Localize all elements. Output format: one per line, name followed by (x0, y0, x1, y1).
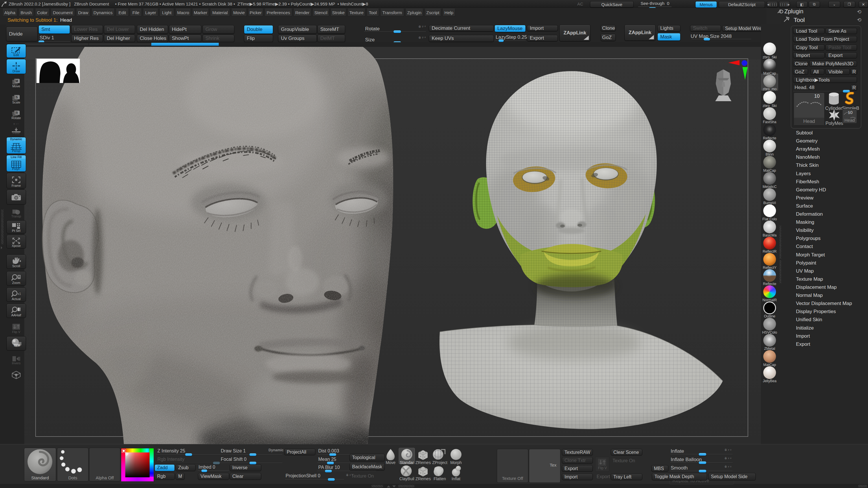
svg-text:M: M (16, 79, 18, 83)
svg-text:x1: x1 (18, 292, 21, 295)
svg-text:S: S (16, 95, 18, 99)
svg-text:R: R (16, 111, 18, 115)
svg-text:BPR: BPR (14, 344, 20, 347)
